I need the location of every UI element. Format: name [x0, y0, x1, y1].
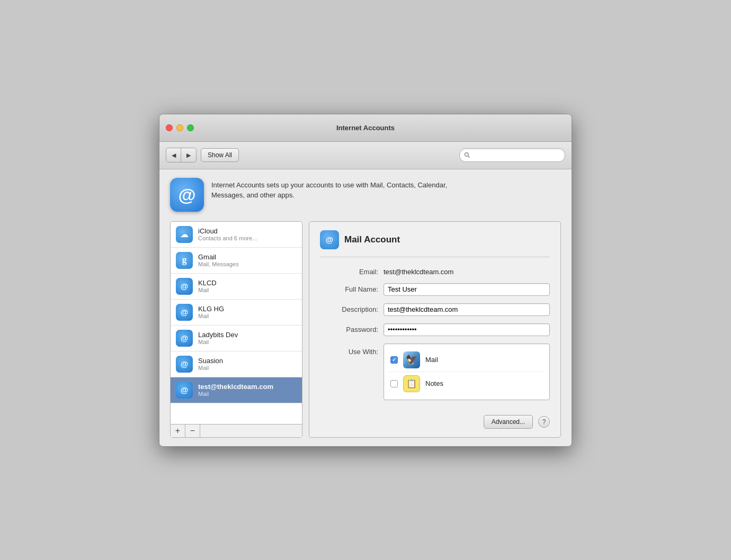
use-with-notes-item: 📋 Notes — [388, 372, 545, 395]
email-label: Email: — [320, 268, 378, 276]
main-panel: ☁ iCloud Contacts and 6 more... g — [170, 221, 561, 438]
detail-title: Mail Account — [344, 234, 400, 245]
gmail-icon: g — [176, 252, 193, 269]
suasion-name: Suasion — [198, 357, 223, 365]
test-name: test@theklcdteam.com — [198, 383, 273, 391]
gmail-g-icon: g — [182, 255, 187, 266]
klghg-icon: @ — [176, 304, 193, 321]
klghg-name: KLG HG — [198, 305, 224, 313]
ladybits-info: Ladybits Dev Mail — [198, 331, 238, 345]
toolbar: ◀ ▶ Show All — [159, 142, 572, 169]
klghg-info: KLG HG Mail — [198, 305, 224, 319]
search-box — [459, 148, 565, 162]
test-at-icon: @ — [181, 385, 189, 394]
notes-checkbox[interactable] — [390, 380, 398, 387]
icloud-info: iCloud Contacts and 6 more... — [198, 227, 257, 241]
mail-bird-icon: 🦅 — [406, 354, 417, 366]
icloud-name: iCloud — [198, 227, 257, 235]
account-item-test[interactable]: @ test@theklcdteam.com Mail — [171, 377, 302, 403]
accounts-list: ☁ iCloud Contacts and 6 more... g — [171, 222, 302, 424]
at-symbol-icon: @ — [178, 186, 195, 204]
klghg-subtitle: Mail — [198, 313, 224, 319]
account-item-ladybits[interactable]: @ Ladybits Dev Mail — [171, 326, 302, 351]
account-details: @ Mail Account Email: test@theklcdteam.c… — [309, 221, 561, 438]
email-value: test@theklcdteam.com — [384, 268, 453, 276]
test-subtitle: Mail — [198, 391, 273, 397]
advanced-button[interactable]: Advanced... — [484, 415, 533, 429]
back-button[interactable]: ◀ — [166, 148, 181, 162]
account-item-icloud[interactable]: ☁ iCloud Contacts and 6 more... — [171, 222, 302, 248]
add-account-button[interactable]: + — [171, 424, 185, 437]
maximize-button[interactable] — [187, 124, 194, 131]
traffic-lights — [166, 124, 194, 131]
notes-icon: 📋 — [406, 380, 417, 388]
use-with-label: Use With: — [320, 344, 378, 356]
ladybits-name: Ladybits Dev — [198, 331, 238, 339]
detail-header: @ Mail Account — [320, 230, 550, 257]
show-all-button[interactable]: Show All — [201, 148, 239, 162]
email-row: Email: test@theklcdteam.com — [320, 268, 550, 276]
klcd-icon: @ — [176, 278, 193, 295]
account-item-klcd[interactable]: @ KLCD Mail — [171, 274, 302, 300]
mail-app-name: Mail — [425, 356, 438, 364]
account-item-klghg[interactable]: @ KLG HG Mail — [171, 300, 302, 326]
suasion-icon: @ — [176, 356, 193, 373]
use-with-box: ✓ 🦅 Mail 📋 — [384, 344, 550, 400]
app-description: Internet Accounts sets up your accounts … — [211, 178, 476, 201]
detail-at-icon: @ — [326, 235, 334, 244]
description-label: Description: — [320, 305, 378, 313]
titlebar: Internet Accounts — [159, 114, 572, 142]
ladybits-icon: @ — [176, 330, 193, 347]
test-info: test@theklcdteam.com Mail — [198, 383, 273, 397]
ladybits-at-icon: @ — [181, 333, 189, 342]
suasion-subtitle: Mail — [198, 365, 223, 371]
suasion-at-icon: @ — [181, 359, 189, 368]
accounts-footer: + − — [171, 424, 302, 437]
detail-app-icon: @ — [320, 230, 339, 249]
accounts-sidebar: ☁ iCloud Contacts and 6 more... g — [170, 221, 302, 438]
password-row: Password: — [320, 323, 550, 336]
nav-buttons: ◀ ▶ — [166, 148, 197, 162]
cloud-symbol-icon: ☁ — [180, 229, 189, 239]
password-label: Password: — [320, 326, 378, 333]
icloud-icon: ☁ — [176, 226, 193, 243]
detail-footer: Advanced... ? — [320, 415, 550, 429]
notes-app-name: Notes — [425, 380, 443, 387]
password-input[interactable] — [384, 323, 550, 336]
klcd-at-icon: @ — [181, 282, 189, 291]
mail-checkbox[interactable]: ✓ — [390, 356, 398, 364]
forward-button[interactable]: ▶ — [181, 148, 196, 162]
gmail-subtitle: Mail, Messages — [198, 261, 238, 267]
minimize-button[interactable] — [176, 124, 183, 131]
icloud-subtitle: Contacts and 6 more... — [198, 235, 257, 241]
account-item-suasion[interactable]: @ Suasion Mail — [171, 351, 302, 377]
close-button[interactable] — [166, 124, 173, 131]
remove-account-button[interactable]: − — [185, 424, 200, 437]
ladybits-subtitle: Mail — [198, 339, 238, 345]
window-title: Internet Accounts — [336, 124, 395, 132]
mail-app-icon: 🦅 — [403, 351, 420, 368]
gmail-info: Gmail Mail, Messages — [198, 253, 238, 267]
fullname-row: Full Name: — [320, 283, 550, 296]
gmail-name: Gmail — [198, 253, 238, 261]
main-window: Internet Accounts ◀ ▶ Show All @ Interne… — [159, 114, 572, 447]
account-item-gmail[interactable]: g Gmail Mail, Messages — [171, 248, 302, 274]
klcd-info: KLCD Mail — [198, 279, 217, 293]
use-with-mail-item: ✓ 🦅 Mail — [388, 348, 545, 372]
klcd-name: KLCD — [198, 279, 217, 287]
app-icon: @ — [170, 178, 204, 212]
app-header: @ Internet Accounts sets up your account… — [170, 178, 561, 212]
search-input[interactable] — [473, 151, 560, 159]
suasion-info: Suasion Mail — [198, 357, 223, 371]
description-input[interactable] — [384, 303, 550, 316]
checkmark-icon: ✓ — [392, 357, 396, 363]
search-icon — [464, 152, 470, 158]
fullname-input[interactable] — [384, 283, 550, 296]
notes-app-icon: 📋 — [403, 375, 420, 392]
help-button[interactable]: ? — [538, 416, 550, 428]
svg-point-0 — [465, 153, 469, 157]
content-area: @ Internet Accounts sets up your account… — [159, 169, 572, 446]
klghg-at-icon: @ — [181, 308, 189, 317]
svg-line-1 — [468, 156, 470, 158]
use-with-row: Use With: ✓ 🦅 Mail — [320, 344, 550, 400]
